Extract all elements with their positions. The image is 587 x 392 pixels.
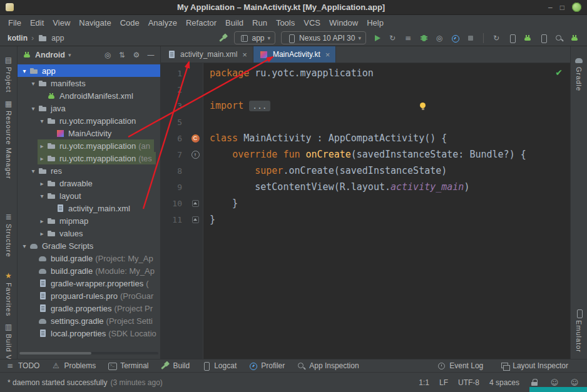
menu-navigate[interactable]: Navigate bbox=[74, 16, 115, 29]
project-view-selector[interactable]: Android bbox=[35, 51, 65, 59]
line-number[interactable]: 1 bbox=[161, 69, 187, 78]
tree-item-gradle-wrapper-properties[interactable]: gradle-wrapper.properties( bbox=[18, 277, 160, 289]
tool-window-button-todo[interactable]: ≡TODO bbox=[5, 361, 39, 371]
tree-item-java[interactable]: ▾java bbox=[18, 102, 160, 114]
tree-item-proguard-rules-pro[interactable]: proguard-rules.pro(ProGuar bbox=[18, 289, 160, 302]
minimize-button[interactable]: – bbox=[548, 4, 553, 11]
tree-item-gradle-properties[interactable]: gradle.properties(Project Pr bbox=[18, 302, 160, 314]
chevron-expanded-icon[interactable]: ▾ bbox=[29, 80, 38, 87]
device-file-explorer-button[interactable] bbox=[538, 33, 548, 43]
status-1-1[interactable]: 1:1 bbox=[419, 378, 429, 387]
menu-build[interactable]: Build bbox=[221, 16, 248, 29]
inspections-status[interactable]: ✔ bbox=[554, 68, 564, 78]
menu-vcs[interactable]: VCS bbox=[299, 16, 325, 29]
tree-item-mainactivity[interactable]: MainActivity bbox=[18, 127, 160, 139]
chevron-expanded-icon[interactable]: ▾ bbox=[20, 68, 29, 74]
apply-changes-button[interactable]: ↻ bbox=[387, 33, 397, 43]
breadcrumb-app[interactable]: app bbox=[51, 34, 64, 43]
menu-file[interactable]: File bbox=[4, 16, 26, 29]
expand-collapse-button[interactable]: ⇅ bbox=[117, 50, 127, 60]
run-config-select[interactable]: app▾ bbox=[234, 31, 276, 44]
menu-refactor[interactable]: Refactor bbox=[181, 16, 221, 29]
menu-help[interactable]: Help bbox=[362, 16, 388, 29]
line-number[interactable]: 10 bbox=[161, 199, 187, 208]
tab-activity-main-xml[interactable]: activity_main.xml× bbox=[161, 46, 253, 63]
project-hscrollbar[interactable] bbox=[19, 352, 158, 354]
class-gutter-icon[interactable]: C bbox=[191, 134, 200, 143]
tree-item-values[interactable]: ▸values bbox=[18, 227, 160, 239]
tree-item-layout[interactable]: ▾layout bbox=[18, 189, 160, 202]
chevron-expanded-icon[interactable]: ▾ bbox=[29, 168, 38, 174]
tool-button-resource-manager[interactable]: ▦Resource Manager bbox=[4, 99, 14, 179]
sync-project-button[interactable]: ↻ bbox=[491, 33, 501, 43]
tool-button-favorites[interactable]: ★Favorites bbox=[4, 271, 14, 316]
status-utf-8[interactable]: UTF-8 bbox=[458, 378, 479, 387]
maximize-button[interactable]: □ bbox=[560, 4, 564, 11]
menu-run[interactable]: Run bbox=[248, 16, 272, 29]
chevron-expanded-icon[interactable]: ▾ bbox=[29, 105, 38, 112]
tool-window-button-event-log[interactable]: Event Log bbox=[436, 361, 483, 371]
menu-analyze[interactable]: Analyze bbox=[144, 16, 181, 29]
tree-item-app[interactable]: ▾app bbox=[18, 64, 160, 77]
close-button[interactable] bbox=[572, 3, 581, 12]
line-number[interactable]: 9 bbox=[161, 183, 187, 192]
tool-button-emulator[interactable]: Emulator bbox=[574, 308, 584, 353]
tree-item-res[interactable]: ▾res bbox=[18, 164, 160, 177]
intention-bulb-icon[interactable] bbox=[419, 103, 426, 110]
tool-button-build-variants[interactable]: ▥Build Variants bbox=[4, 322, 14, 359]
coverage-button[interactable]: ◎ bbox=[434, 33, 444, 43]
attach-debugger-button[interactable]: ≡ bbox=[403, 33, 413, 43]
chevron-expanded-icon[interactable]: ▾ bbox=[20, 243, 29, 249]
stop-button[interactable] bbox=[466, 33, 476, 43]
tool-window-button-logcat[interactable]: Logcat bbox=[201, 361, 237, 371]
code-editor[interactable]: 1package ru.yotc.myapplication23import .… bbox=[161, 63, 570, 359]
tree-item-ru-yotc-myapplication[interactable]: ▸ru.yotc.myapplication(tes bbox=[18, 152, 160, 164]
chevron-expanded-icon[interactable]: ▾ bbox=[38, 118, 46, 124]
tree-item-build-gradle[interactable]: build.gradle(Project: My_Ap bbox=[18, 252, 160, 264]
tab-close-icon[interactable]: × bbox=[325, 50, 330, 59]
locate-file-button[interactable]: ◎ bbox=[103, 50, 113, 60]
tab-close-icon[interactable]: × bbox=[242, 50, 247, 59]
tool-button-project[interactable]: ▤Project bbox=[4, 55, 14, 93]
menu-code[interactable]: Code bbox=[116, 16, 144, 29]
tree-item-ru-yotc-myapplication[interactable]: ▸ru.yotc.myapplication(an bbox=[18, 139, 160, 152]
tool-window-button-profiler[interactable]: Profiler bbox=[248, 361, 285, 371]
tree-item-ru-yotc-myapplication[interactable]: ▾ru.yotc.myapplication bbox=[18, 114, 160, 127]
menu-edit[interactable]: Edit bbox=[26, 16, 48, 29]
tool-window-button-build[interactable]: Build bbox=[160, 361, 190, 371]
line-number[interactable]: 2 bbox=[161, 85, 187, 94]
status-lf[interactable]: LF bbox=[439, 378, 448, 387]
tool-window-button-terminal[interactable]: Terminal bbox=[107, 361, 148, 371]
profile-app-button[interactable] bbox=[569, 33, 579, 43]
run-button[interactable] bbox=[372, 33, 382, 43]
status-4-spaces[interactable]: 4 spaces bbox=[489, 378, 519, 387]
fold-marker-icon[interactable] bbox=[192, 216, 199, 223]
tree-item-gradle-scripts[interactable]: ▾Gradle Scripts bbox=[18, 239, 160, 252]
line-number[interactable]: 3 bbox=[161, 101, 187, 111]
chevron-collapsed-icon[interactable]: ▸ bbox=[38, 143, 46, 149]
settings-button[interactable]: ⚙ bbox=[131, 50, 141, 60]
chevron-collapsed-icon[interactable]: ▸ bbox=[38, 218, 46, 224]
avd-manager-button[interactable] bbox=[507, 33, 517, 43]
lock-button[interactable] bbox=[529, 378, 539, 388]
tree-item-activity-main-xml[interactable]: activity_main.xml bbox=[18, 202, 160, 214]
search-everywhere-button[interactable] bbox=[554, 33, 564, 43]
overriding-method-gutter-icon[interactable]: ↑ bbox=[191, 151, 200, 159]
line-number[interactable]: 5 bbox=[161, 118, 187, 127]
hide-button[interactable]: — bbox=[146, 50, 156, 60]
breadcrumb-kotlin[interactable]: kotlin bbox=[8, 34, 28, 43]
scrollbar-thumb[interactable] bbox=[19, 352, 91, 354]
tree-item-settings-gradle[interactable]: settings.gradle(Project Setti bbox=[18, 314, 160, 327]
tab-mainactivity-kt[interactable]: MainActivity.kt× bbox=[253, 46, 336, 63]
profiler-button[interactable] bbox=[450, 33, 460, 43]
ide-status-button[interactable]: ☺ bbox=[569, 378, 579, 388]
tool-button-structure[interactable]: ≣Structure bbox=[4, 212, 14, 258]
chevron-collapsed-icon[interactable]: ▸ bbox=[38, 180, 46, 187]
tree-item-drawable[interactable]: ▸drawable bbox=[18, 177, 160, 189]
line-number[interactable]: 6 bbox=[161, 134, 187, 143]
tree-item-local-properties[interactable]: local.properties(SDK Locatio bbox=[18, 327, 160, 339]
chevron-collapsed-icon[interactable]: ▸ bbox=[38, 155, 46, 162]
chevron-collapsed-icon[interactable]: ▸ bbox=[38, 230, 46, 237]
fold-marker-icon[interactable] bbox=[192, 200, 199, 207]
tool-window-button-app-inspection[interactable]: App Inspection bbox=[296, 361, 359, 371]
